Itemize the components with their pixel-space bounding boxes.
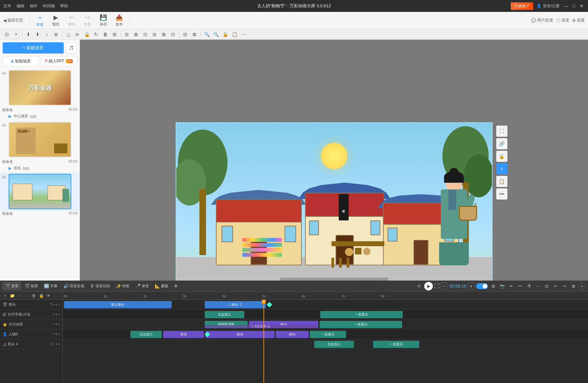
diamond-marker-shot[interactable] xyxy=(267,302,272,308)
align-center-v[interactable]: ⊠ xyxy=(159,30,168,39)
track-dot-s4-1[interactable]: • xyxy=(56,342,57,347)
publish-button[interactable]: 📤 发布 xyxy=(112,13,126,28)
close-button[interactable]: ✕ xyxy=(579,3,585,9)
timeline-toggle[interactable] xyxy=(476,283,488,289)
track-up-icon[interactable]: ↑ xyxy=(17,293,22,299)
tl-voice-synth-btn[interactable]: 🔊 语音合成 xyxy=(61,282,86,290)
copy-tool-2[interactable]: 📋 xyxy=(496,176,507,187)
zoom-out[interactable]: 🔍 xyxy=(212,30,220,39)
more-tool[interactable]: ••• xyxy=(496,188,507,200)
align-flip[interactable]: ↕ xyxy=(43,30,51,39)
panel-tool[interactable]: ▪ xyxy=(496,163,507,174)
new-button[interactable]: ＋ 新建 xyxy=(33,12,47,28)
align-down[interactable]: ⬇ xyxy=(24,30,33,39)
segment-farmer-path[interactable]: ↻ 邻前距离-走 xyxy=(205,325,317,328)
align-left[interactable]: ⊟ xyxy=(122,30,131,39)
menu-file[interactable]: 文件 xyxy=(3,3,11,9)
segment-farmer-show[interactable]: 一直显示 xyxy=(320,321,402,328)
segment-p3-fadein[interactable]: 左边渐入 xyxy=(130,331,162,338)
track-arrow-farmer[interactable]: › xyxy=(58,322,60,327)
back-button[interactable]: ◀ 返回主页 xyxy=(3,18,23,23)
segment-s4-show[interactable]: 一直显示 xyxy=(373,341,419,348)
rotate-tool[interactable]: ↻ xyxy=(92,30,100,39)
select-tool[interactable]: ⊡ xyxy=(3,30,11,39)
preview-button[interactable]: ▶ 预览 xyxy=(49,13,63,28)
track-down-icon[interactable]: ↓ xyxy=(24,293,30,299)
scene-item-06[interactable]: 06 xyxy=(0,172,80,211)
track-dot-p3-2[interactable]: • xyxy=(56,332,57,337)
track-dot-2[interactable]: • xyxy=(56,302,57,307)
distribute-h[interactable]: ⊟ xyxy=(181,30,190,39)
help-icon-shot[interactable]: ? xyxy=(50,302,52,307)
segment-art-show[interactable]: 一直显示 xyxy=(320,311,403,318)
track-dot-s4-2[interactable]: • xyxy=(58,342,60,347)
segment-shot-1[interactable]: 1 镜头 1 xyxy=(205,301,266,308)
play-button[interactable]: ▶ xyxy=(424,282,433,290)
tl-more-btn[interactable]: ⊕ xyxy=(172,283,180,289)
segment-p3-show[interactable]: 一直显示 xyxy=(310,331,346,338)
track-visible-icon[interactable]: 👁 xyxy=(46,293,52,299)
ai-scene-button[interactable]: A 智能场景 xyxy=(3,56,39,66)
zoom-out-btn[interactable]: − xyxy=(441,283,448,290)
tl-background-btn[interactable]: 🎬 背景 xyxy=(3,282,21,290)
new-scene-button[interactable]: + 新建场景 xyxy=(3,42,64,54)
fullscreen-tool[interactable]: ⛶ xyxy=(496,126,507,137)
distribute-v[interactable]: ⊠ xyxy=(190,30,199,39)
align-bottom[interactable]: ⊡ xyxy=(169,30,177,39)
track-dot-p3-1[interactable]: • xyxy=(53,332,55,337)
track-arrow-shot[interactable]: › xyxy=(58,302,60,307)
tl-recording-btn[interactable]: 🎤 录音 xyxy=(133,282,151,290)
scene-item-04[interactable]: 04 万彩金器 xyxy=(0,69,80,107)
tl-edit-btn[interactable]: ✏ xyxy=(507,282,515,290)
tl-montage-btn[interactable]: 📐 蒙版 xyxy=(153,282,171,290)
copy-tool[interactable]: 📋 xyxy=(230,30,239,39)
tl-foreground-btn[interactable]: 🎬 前景 xyxy=(22,282,40,290)
tl-undo-btn[interactable]: ↩ xyxy=(552,282,560,290)
fullscreen-btn[interactable]: ⛶ xyxy=(434,283,439,289)
more-options[interactable]: ⋯ xyxy=(239,30,248,39)
segment-art-fadein[interactable]: 左边渐入 xyxy=(205,311,244,318)
zoom-in[interactable]: 🔍 xyxy=(202,30,211,39)
tl-effects-btn[interactable]: ✨ 特效 xyxy=(114,282,132,290)
align-all[interactable]: ⊛ xyxy=(52,30,60,39)
minimize-button[interactable]: — xyxy=(563,3,569,9)
track-dot-art-1[interactable]: • xyxy=(53,312,55,317)
zoom-in-btn[interactable]: + xyxy=(467,283,475,290)
playhead[interactable]: ▼ xyxy=(263,300,264,383)
tl-filter-btn[interactable]: ⚗ xyxy=(525,282,533,290)
crop-tool[interactable]: ⊞ xyxy=(110,30,119,39)
track-dot-farmer-1[interactable]: • xyxy=(53,322,55,327)
tl-zoom-slider[interactable]: ⊠ xyxy=(570,282,577,290)
link-tool[interactable]: 🔗 xyxy=(496,138,507,149)
history-link[interactable]: 🕐 历史 xyxy=(556,18,570,23)
track-delete-icon[interactable]: 🗑 xyxy=(31,293,37,299)
lock-tool[interactable]: 🔒 xyxy=(83,30,91,39)
tl-split-btn[interactable]: ✂ xyxy=(516,282,524,290)
tl-subtitle-btn[interactable]: 🔤 字幕 xyxy=(42,282,60,290)
align-top[interactable]: ⊟ xyxy=(150,30,159,39)
save-button[interactable]: 💾 保存 xyxy=(96,13,111,28)
settings-link[interactable]: ⚙ 设置 xyxy=(572,18,585,23)
track-arrow-p3[interactable]: › xyxy=(58,332,60,337)
tl-voice-recog-btn[interactable]: 🎙 语音识别 xyxy=(88,282,112,290)
restore-button[interactable]: ↪ 恢复 xyxy=(80,13,95,28)
add-track-btn[interactable]: + xyxy=(579,283,585,289)
lock-aspect[interactable]: 🔒 xyxy=(221,30,229,39)
tl-snap-btn[interactable]: ⊞ xyxy=(489,282,497,290)
align-right[interactable]: ⊡ xyxy=(141,30,150,39)
segment-p3-move2[interactable]: 移动 xyxy=(205,331,275,338)
segment-default-shot[interactable]: 默认镜头 xyxy=(64,301,172,308)
anchor-tool[interactable]: ⊳ xyxy=(73,30,82,39)
track-arrow-art[interactable]: › xyxy=(58,312,60,317)
tl-redo-btn[interactable]: ↪ xyxy=(561,282,569,290)
menu-timeline[interactable]: 时间轴 xyxy=(43,3,55,9)
music-button[interactable]: 🎵 xyxy=(66,42,77,54)
segment-p3-move1[interactable]: 移动 xyxy=(163,331,204,338)
tl-camera-btn[interactable]: 📷 xyxy=(498,282,506,290)
track-dot-farmer-2[interactable]: • xyxy=(56,322,57,327)
revoke-button[interactable]: ↩ 撤销 xyxy=(64,13,79,28)
align-center-h[interactable]: ⊠ xyxy=(132,30,140,39)
insert-ppt-button[interactable]: P 插入PPT VIP xyxy=(41,56,77,66)
tl-expand-btn[interactable]: ↔ xyxy=(534,282,542,290)
reset-time-btn[interactable]: ↺ xyxy=(415,282,423,290)
